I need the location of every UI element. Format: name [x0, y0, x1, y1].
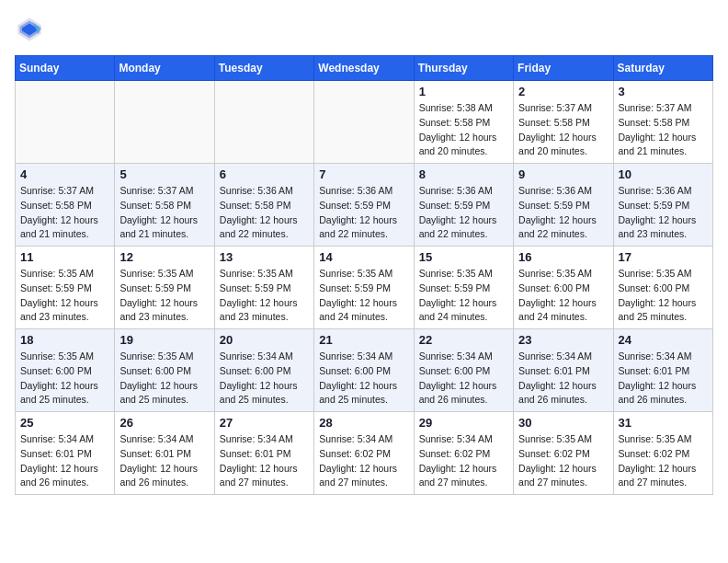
day-number: 28 [319, 416, 408, 430]
day-header-saturday: Saturday [613, 56, 712, 81]
day-info: Sunrise: 5:36 AM Sunset: 5:58 PM Dayligh… [220, 184, 309, 242]
calendar-day: 15Sunrise: 5:35 AM Sunset: 5:59 PM Dayli… [414, 247, 513, 329]
calendar-day [214, 81, 313, 164]
day-number: 18 [20, 333, 109, 347]
day-info: Sunrise: 5:38 AM Sunset: 5:58 PM Dayligh… [419, 101, 508, 159]
day-header-wednesday: Wednesday [314, 56, 414, 81]
calendar-day: 2Sunrise: 5:37 AM Sunset: 5:58 PM Daylig… [514, 81, 613, 164]
calendar-day: 26Sunrise: 5:34 AM Sunset: 6:01 PM Dayli… [115, 412, 214, 495]
day-info: Sunrise: 5:37 AM Sunset: 5:58 PM Dayligh… [119, 184, 209, 242]
day-info: Sunrise: 5:35 AM Sunset: 5:59 PM Dayligh… [220, 267, 309, 325]
day-number: 26 [119, 416, 209, 430]
calendar-body: 1Sunrise: 5:38 AM Sunset: 5:58 PM Daylig… [16, 81, 713, 495]
calendar-day: 10Sunrise: 5:36 AM Sunset: 5:59 PM Dayli… [613, 164, 712, 247]
day-number: 27 [220, 416, 309, 430]
day-number: 19 [119, 333, 209, 347]
calendar-day: 4Sunrise: 5:37 AM Sunset: 5:58 PM Daylig… [16, 164, 115, 247]
day-number: 6 [220, 167, 309, 181]
day-number: 8 [419, 167, 508, 181]
day-info: Sunrise: 5:34 AM Sunset: 6:00 PM Dayligh… [419, 350, 508, 408]
calendar-day: 1Sunrise: 5:38 AM Sunset: 5:58 PM Daylig… [414, 81, 513, 164]
day-number: 17 [619, 250, 708, 264]
calendar-day: 25Sunrise: 5:34 AM Sunset: 6:01 PM Dayli… [16, 412, 115, 495]
day-info: Sunrise: 5:35 AM Sunset: 6:00 PM Dayligh… [619, 267, 708, 325]
day-info: Sunrise: 5:35 AM Sunset: 6:00 PM Dayligh… [518, 267, 608, 325]
page-header [15, 15, 713, 44]
calendar-day [16, 81, 115, 164]
calendar-day: 7Sunrise: 5:36 AM Sunset: 5:59 PM Daylig… [314, 164, 414, 247]
day-number: 12 [119, 250, 209, 264]
day-number: 15 [419, 250, 508, 264]
calendar-day [314, 81, 414, 164]
day-info: Sunrise: 5:35 AM Sunset: 5:59 PM Dayligh… [319, 267, 408, 325]
day-info: Sunrise: 5:37 AM Sunset: 5:58 PM Dayligh… [20, 184, 109, 242]
calendar-day: 27Sunrise: 5:34 AM Sunset: 6:01 PM Dayli… [214, 412, 313, 495]
day-number: 4 [20, 167, 109, 181]
day-info: Sunrise: 5:35 AM Sunset: 6:02 PM Dayligh… [518, 432, 608, 490]
calendar-day: 31Sunrise: 5:35 AM Sunset: 6:02 PM Dayli… [613, 412, 712, 495]
day-info: Sunrise: 5:34 AM Sunset: 6:00 PM Dayligh… [220, 350, 309, 408]
day-info: Sunrise: 5:37 AM Sunset: 5:58 PM Dayligh… [518, 101, 608, 159]
calendar-day: 22Sunrise: 5:34 AM Sunset: 6:00 PM Dayli… [414, 329, 513, 412]
day-info: Sunrise: 5:34 AM Sunset: 6:01 PM Dayligh… [119, 432, 209, 490]
calendar-day: 6Sunrise: 5:36 AM Sunset: 5:58 PM Daylig… [214, 164, 313, 247]
day-info: Sunrise: 5:34 AM Sunset: 6:02 PM Dayligh… [319, 432, 408, 490]
calendar-day: 30Sunrise: 5:35 AM Sunset: 6:02 PM Dayli… [514, 412, 613, 495]
day-header-thursday: Thursday [414, 56, 513, 81]
calendar-day: 3Sunrise: 5:37 AM Sunset: 5:58 PM Daylig… [613, 81, 712, 164]
calendar-day: 16Sunrise: 5:35 AM Sunset: 6:00 PM Dayli… [514, 247, 613, 329]
calendar-week-3: 11Sunrise: 5:35 AM Sunset: 5:59 PM Dayli… [16, 247, 713, 329]
day-number: 24 [619, 333, 708, 347]
day-number: 25 [20, 416, 109, 430]
calendar-week-4: 18Sunrise: 5:35 AM Sunset: 6:00 PM Dayli… [16, 329, 713, 412]
day-number: 14 [319, 250, 408, 264]
day-number: 23 [518, 333, 608, 347]
day-header-sunday: Sunday [16, 56, 115, 81]
calendar-day: 5Sunrise: 5:37 AM Sunset: 5:58 PM Daylig… [115, 164, 214, 247]
calendar-week-5: 25Sunrise: 5:34 AM Sunset: 6:01 PM Dayli… [16, 412, 713, 495]
calendar-day: 24Sunrise: 5:34 AM Sunset: 6:01 PM Dayli… [613, 329, 712, 412]
day-number: 10 [619, 167, 708, 181]
day-info: Sunrise: 5:35 AM Sunset: 5:59 PM Dayligh… [119, 267, 209, 325]
day-number: 5 [119, 167, 209, 181]
calendar-day: 17Sunrise: 5:35 AM Sunset: 6:00 PM Dayli… [613, 247, 712, 329]
day-number: 11 [20, 250, 109, 264]
header-row: SundayMondayTuesdayWednesdayThursdayFrid… [16, 56, 713, 81]
day-info: Sunrise: 5:35 AM Sunset: 5:59 PM Dayligh… [20, 267, 109, 325]
day-header-friday: Friday [514, 56, 613, 81]
day-info: Sunrise: 5:34 AM Sunset: 6:00 PM Dayligh… [319, 350, 408, 408]
day-number: 30 [518, 416, 608, 430]
logo [15, 15, 48, 44]
day-number: 3 [619, 85, 708, 98]
day-number: 29 [419, 416, 508, 430]
day-info: Sunrise: 5:37 AM Sunset: 5:58 PM Dayligh… [619, 101, 708, 159]
calendar-week-1: 1Sunrise: 5:38 AM Sunset: 5:58 PM Daylig… [16, 81, 713, 164]
day-number: 21 [319, 333, 408, 347]
day-number: 22 [419, 333, 508, 347]
day-number: 7 [319, 167, 408, 181]
calendar-day: 8Sunrise: 5:36 AM Sunset: 5:59 PM Daylig… [414, 164, 513, 247]
day-info: Sunrise: 5:36 AM Sunset: 5:59 PM Dayligh… [619, 184, 708, 242]
day-header-monday: Monday [115, 56, 214, 81]
calendar-day: 12Sunrise: 5:35 AM Sunset: 5:59 PM Dayli… [115, 247, 214, 329]
day-info: Sunrise: 5:35 AM Sunset: 6:02 PM Dayligh… [619, 432, 708, 490]
calendar-day [115, 81, 214, 164]
day-info: Sunrise: 5:36 AM Sunset: 5:59 PM Dayligh… [319, 184, 408, 242]
calendar-table: SundayMondayTuesdayWednesdayThursdayFrid… [15, 55, 713, 495]
day-info: Sunrise: 5:34 AM Sunset: 6:01 PM Dayligh… [518, 350, 608, 408]
day-info: Sunrise: 5:34 AM Sunset: 6:01 PM Dayligh… [220, 432, 309, 490]
calendar-day: 21Sunrise: 5:34 AM Sunset: 6:00 PM Dayli… [314, 329, 414, 412]
calendar-day: 28Sunrise: 5:34 AM Sunset: 6:02 PM Dayli… [314, 412, 414, 495]
calendar-day: 19Sunrise: 5:35 AM Sunset: 6:00 PM Dayli… [115, 329, 214, 412]
day-number: 2 [518, 85, 608, 98]
day-number: 9 [518, 167, 608, 181]
day-info: Sunrise: 5:35 AM Sunset: 6:00 PM Dayligh… [20, 350, 109, 408]
calendar-day: 14Sunrise: 5:35 AM Sunset: 5:59 PM Dayli… [314, 247, 414, 329]
calendar-day: 20Sunrise: 5:34 AM Sunset: 6:00 PM Dayli… [214, 329, 313, 412]
calendar-day: 13Sunrise: 5:35 AM Sunset: 5:59 PM Dayli… [214, 247, 313, 329]
day-info: Sunrise: 5:35 AM Sunset: 6:00 PM Dayligh… [119, 350, 209, 408]
day-number: 20 [220, 333, 309, 347]
calendar-header: SundayMondayTuesdayWednesdayThursdayFrid… [16, 56, 713, 81]
logo-icon [15, 15, 44, 44]
day-header-tuesday: Tuesday [214, 56, 313, 81]
